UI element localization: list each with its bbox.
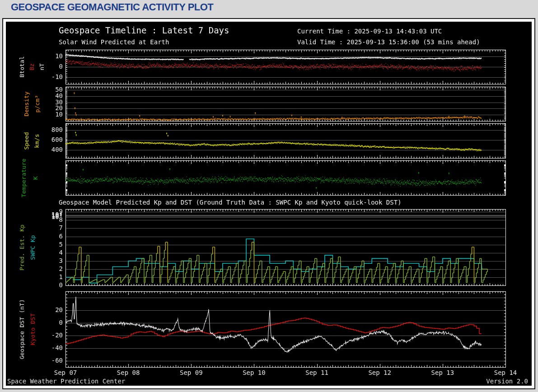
footer-version-label: Version 2.0 — [486, 378, 528, 385]
y-tick-label: 800 — [31, 126, 63, 133]
y-tick-label: 9 — [31, 208, 63, 215]
solar-wind-subtitle: Solar Wind Predicted at Earth — [59, 38, 169, 46]
y-tick-label: 0 — [31, 281, 63, 289]
axis-label-temperature: Temperature — [20, 158, 27, 197]
y-tick-label: 2 — [31, 265, 63, 272]
y-tick-label: 4 — [31, 249, 63, 256]
y-tick-label: 1 — [31, 273, 63, 280]
current-time-label: Current Time : 2025-09-13 14:43:03 UTC — [297, 28, 442, 35]
axis-label-density: p/cm³ — [34, 95, 41, 112]
y-tick-label: 0 — [31, 319, 63, 326]
y-tick-label: 6 — [31, 233, 63, 240]
y-tick-label: 10 — [31, 52, 63, 60]
axis-label-kp: SWPC Kp — [29, 235, 36, 260]
y-tick-label: -60 — [31, 357, 63, 364]
x-tick-label: Sep 09 — [171, 369, 211, 376]
x-tick-label: Sep 13 — [422, 369, 463, 376]
y-tick-label: 3 — [31, 257, 63, 264]
y-tick-label: 7 — [31, 224, 63, 231]
y-tick-label: 8 — [31, 216, 63, 223]
y-tick-label: -20 — [31, 331, 63, 339]
valid-time-label: Valid Time : 2025-09-13 15:36:00 (53 min… — [297, 38, 480, 46]
x-tick-label: Sep 08 — [108, 369, 149, 376]
x-tick-label: Sep 07 — [45, 369, 86, 376]
y-tick-label: 0 — [31, 63, 63, 70]
plot-title: Geospace Timeline : Latest 7 Days — [59, 25, 229, 35]
footer-swpc-label: Space Weather Prediction Center — [7, 378, 125, 385]
kp-dst-subtitle: Geospace Model Predicted Kp and DST (Gro… — [59, 199, 402, 206]
plot-panel: Geospace Timeline : Latest 7 Days Curren… — [6, 22, 532, 386]
x-tick-label: Sep 12 — [360, 369, 400, 376]
y-tick-label: 5 — [31, 241, 63, 248]
axis-label-kp: Pred. Est. Kp — [19, 224, 25, 271]
axis-label-density: Density — [23, 92, 30, 117]
plot-frame: Geospace Timeline : Latest 7 Days Curren… — [2, 18, 535, 389]
page: GEOSPACE GEOMAGNETIC ACTIVITY PLOT Geosp… — [0, 0, 538, 392]
axis-label-speed: Speed — [23, 132, 30, 149]
axis-label-dst: Geospace DST (nT) — [19, 299, 25, 359]
x-tick-label: Sep 11 — [297, 369, 337, 376]
x-tick-label: Sep 14 — [485, 369, 526, 376]
axis-label-imf: Btotal — [19, 56, 25, 78]
axis-label-temperature: K — [32, 176, 39, 180]
y-tick-label: 20 — [31, 306, 63, 313]
axis-label-speed: km/s — [33, 134, 40, 148]
axis-label-imf: nT — [38, 63, 45, 70]
page-title: GEOSPACE GEOMAGNETIC ACTIVITY PLOT — [11, 1, 213, 17]
x-tick-label: Sep 10 — [234, 369, 274, 376]
y-tick-label: -40 — [31, 344, 63, 351]
axis-label-imf: Bz — [28, 63, 35, 70]
y-tick-label: -10 — [31, 73, 63, 80]
axis-label-dst: Kyoto DST — [29, 313, 36, 345]
